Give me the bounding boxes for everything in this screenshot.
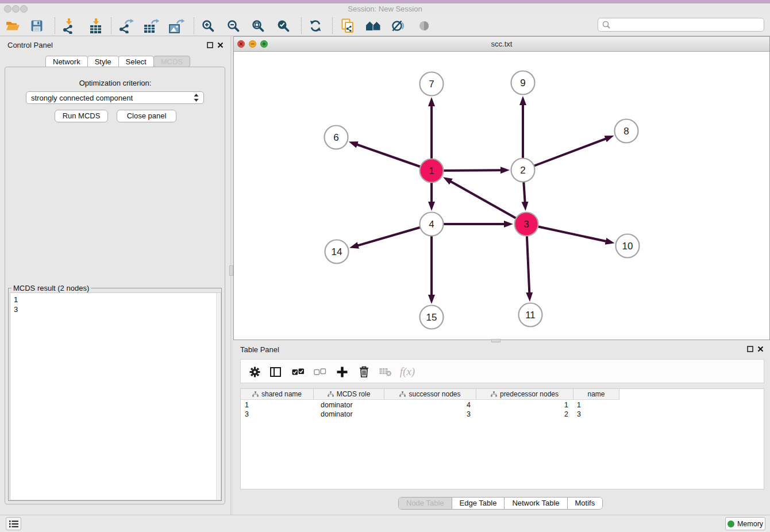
zoom-in-button[interactable]	[199, 17, 217, 34]
network-view-titlebar[interactable]: scc.txt	[234, 37, 769, 52]
graph-node-9[interactable]: 9	[511, 71, 535, 95]
open-folder-icon	[6, 20, 20, 32]
graph-edge-2-8[interactable]	[523, 138, 606, 170]
tab-mcds[interactable]: MCDS	[153, 56, 190, 67]
tab-edge-table[interactable]: Edge Table	[452, 498, 505, 509]
graph-node-2[interactable]: 2	[511, 159, 535, 182]
network-minimize-button[interactable]	[249, 40, 256, 48]
open-session-button[interactable]	[3, 17, 22, 34]
home-button[interactable]	[364, 17, 383, 34]
table-row[interactable]: 3 dominator 3 2 3	[241, 410, 764, 419]
vertical-splitter-grip[interactable]	[229, 265, 233, 276]
delete-table-button[interactable]	[376, 363, 395, 380]
function-builder-button[interactable]: f(x)	[397, 363, 418, 380]
show-view-button[interactable]	[414, 17, 434, 34]
hide-view-button[interactable]	[388, 17, 408, 34]
svg-text:2: 2	[520, 165, 525, 176]
delete-column-button[interactable]	[355, 363, 373, 380]
control-panel-tabs: Network Style Select MCDS	[45, 56, 190, 67]
table-panel-float-button[interactable]	[746, 345, 754, 353]
column-header-successor-nodes[interactable]: successor nodes	[384, 389, 476, 400]
zoom-fit-button[interactable]	[249, 17, 267, 34]
window-close-button[interactable]	[4, 5, 11, 13]
zoom-out-button[interactable]	[224, 17, 242, 34]
tree-icon	[491, 391, 497, 397]
tab-motifs[interactable]: Motifs	[568, 498, 603, 509]
svg-text:15: 15	[426, 312, 437, 323]
graph-edge-3-1[interactable]	[451, 182, 526, 224]
window-minimize-button[interactable]	[12, 5, 20, 13]
task-history-button[interactable]	[6, 517, 21, 530]
tab-style[interactable]: Style	[87, 56, 119, 67]
memory-status-dot	[727, 521, 734, 527]
graph-node-4[interactable]: 4	[420, 213, 444, 236]
control-panel-float-button[interactable]	[206, 41, 214, 49]
create-column-button[interactable]	[333, 363, 351, 380]
column-header-shared-name[interactable]: shared name	[241, 389, 314, 400]
optimization-criterion-label: Optimization criterion:	[0, 79, 230, 87]
import-table-button[interactable]	[86, 17, 105, 34]
graph-node-10[interactable]: 10	[616, 234, 640, 258]
memory-button[interactable]: Memory	[725, 517, 765, 530]
export-network-icon	[118, 19, 134, 33]
network-from-file-button[interactable]	[338, 17, 357, 34]
memory-label: Memory	[737, 520, 763, 528]
network-zoom-button[interactable]	[260, 40, 268, 48]
chevron-up-down-icon	[194, 94, 199, 102]
graph-node-14[interactable]: 14	[325, 240, 349, 264]
zoom-selected-button[interactable]	[274, 17, 292, 34]
tree-icon	[328, 391, 334, 397]
network-graph[interactable]: 7968124314101511	[234, 52, 769, 340]
result-scrollbar[interactable]	[216, 293, 221, 500]
deselect-all-icon	[314, 368, 326, 376]
toolbar-separator	[301, 17, 302, 34]
import-table-icon	[89, 18, 102, 34]
export-network-button[interactable]	[116, 17, 136, 34]
save-session-button[interactable]	[28, 17, 46, 34]
apply-layout-button[interactable]	[306, 17, 325, 34]
tab-select[interactable]: Select	[118, 56, 154, 67]
control-panel-close-button[interactable]	[217, 41, 224, 49]
mcds-result-title: MCDS result (2 nodes)	[11, 284, 91, 292]
tree-icon	[252, 391, 259, 397]
column-header-mcds-role[interactable]: MCDS role	[314, 389, 384, 400]
import-network-button[interactable]	[59, 17, 78, 34]
export-image-button[interactable]	[167, 17, 186, 34]
svg-text:14: 14	[332, 246, 342, 257]
export-table-button[interactable]	[141, 17, 161, 34]
close-panel-button[interactable]: Close panel	[117, 110, 176, 122]
table-row[interactable]: 1 dominator 4 1 1	[241, 400, 764, 410]
search-input[interactable]	[613, 20, 764, 30]
column-layout-button[interactable]	[267, 363, 284, 380]
column-header-predecessor-nodes[interactable]: predecessor nodes	[476, 389, 573, 400]
graph-node-3[interactable]: 3	[515, 213, 538, 236]
graph-node-1[interactable]: 1	[420, 159, 444, 183]
mcds-result-textarea[interactable]: 1 3	[10, 292, 221, 500]
graph-node-15[interactable]: 15	[420, 306, 444, 329]
svg-text:7: 7	[429, 79, 434, 90]
window-zoom-button[interactable]	[20, 5, 28, 13]
run-mcds-button[interactable]: Run MCDS	[55, 110, 108, 122]
deselect-all-columns-button[interactable]	[311, 363, 329, 380]
column-header-name[interactable]: name	[573, 389, 619, 400]
trash-icon	[359, 366, 369, 377]
table-panel-close-button[interactable]	[757, 345, 764, 353]
node-table: shared name MCDS role successor nodes pr…	[240, 388, 764, 489]
horizontal-splitter-grip[interactable]	[491, 339, 500, 342]
select-all-columns-button[interactable]	[289, 363, 307, 380]
home-icon	[365, 21, 382, 31]
tab-network-table[interactable]: Network Table	[505, 498, 567, 509]
zoom-in-icon	[202, 20, 214, 32]
network-close-button[interactable]	[237, 40, 245, 48]
tab-node-table[interactable]: Node Table	[399, 498, 452, 509]
float-icon	[207, 42, 213, 48]
graph-node-6[interactable]: 6	[325, 126, 348, 149]
tab-network[interactable]: Network	[45, 56, 88, 67]
table-settings-button[interactable]	[246, 363, 263, 380]
graph-node-7[interactable]: 7	[420, 72, 444, 96]
search-field[interactable]	[598, 18, 764, 32]
graph-node-11[interactable]: 11	[519, 303, 542, 327]
zoom-selected-icon	[277, 20, 290, 32]
criterion-dropdown[interactable]: strongly connected component	[26, 91, 204, 104]
graph-node-8[interactable]: 8	[615, 119, 638, 143]
